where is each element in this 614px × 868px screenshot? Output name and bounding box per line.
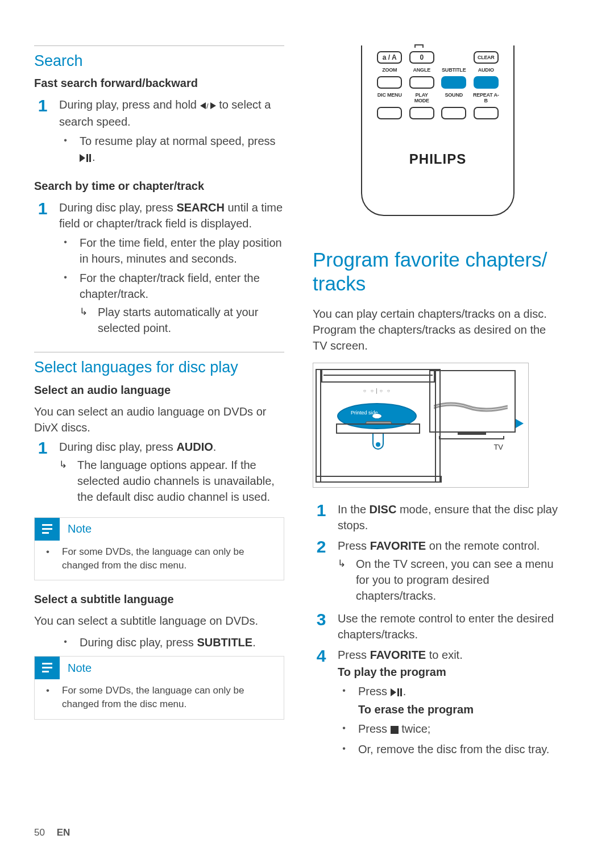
tv-label: TV [493, 443, 503, 451]
svg-rect-8 [42, 532, 49, 534]
divider [34, 352, 284, 352]
result-arrow-icon: ↳ [59, 457, 70, 505]
key-label: SUBTITLE [197, 636, 252, 649]
note-title: Note [60, 662, 92, 675]
step-1: 1 During play, press and hold / to selec… [34, 97, 284, 169]
note-icon [35, 657, 60, 679]
key-label: FAVORITE [370, 649, 426, 661]
remote-label: SOUND [445, 92, 463, 103]
page-number: 50 [34, 827, 45, 838]
bullet-text: . [252, 636, 256, 649]
step-1: 1 During disc play, press AUDIO. ↳ The l… [34, 439, 284, 507]
step-number: 1 [34, 200, 51, 217]
result-text: Play starts automatically at your select… [98, 304, 284, 336]
key-label: DISC [370, 503, 397, 516]
step-text: on the remote control. [426, 539, 540, 552]
svg-marker-12 [391, 688, 396, 696]
program-heading: Program favorite chapters/ tracks [313, 248, 563, 296]
step-text: Press [338, 649, 370, 661]
bullet-icon: • [338, 683, 350, 717]
remote-button [441, 107, 466, 119]
right-column: a / A 0 CLEAR ZOOM ANGLE SUBTITLE AUDIO … [313, 45, 563, 771]
bullet-text: Or, remove the disc from the disc tray. [358, 741, 563, 757]
bullet-icon: • [59, 634, 72, 650]
result-text: On the TV screen, you can see a menu for… [356, 556, 563, 604]
remote-label: REPEAT A-B [473, 92, 500, 103]
step-number: 4 [313, 647, 330, 665]
step-2: 2 Press FAVORITE on the remote control. … [313, 538, 563, 606]
step-text: Press [338, 539, 370, 552]
step-number: 1 [313, 501, 330, 519]
step-4: 4 Press FAVORITE to exit. To play the pr… [313, 647, 563, 761]
brand-logo: PHILIPS [376, 151, 499, 167]
remote-button-subtitle [441, 76, 466, 89]
bullet-text: During disc play, press [80, 636, 197, 649]
bullet-text: To resume play at normal speed, press [80, 135, 276, 147]
remote-illustration: a / A 0 CLEAR ZOOM ANGLE SUBTITLE AUDIO … [361, 45, 515, 216]
subtitle-intro: You can select a subtitle language on DV… [34, 613, 284, 629]
result-text: The language options appear. If the sele… [77, 457, 284, 505]
key-label: SEARCH [176, 201, 224, 214]
disc-label: Printed side [351, 410, 378, 416]
svg-rect-6 [42, 524, 52, 526]
svg-rect-4 [86, 154, 88, 162]
key-label: AUDIO [176, 441, 213, 453]
bullet-text: Press [358, 685, 391, 697]
program-intro: You can play certain chapters/tracks on … [313, 306, 563, 354]
step-number: 1 [34, 439, 51, 456]
page-content: Search Fast search forward/backward 1 Du… [0, 0, 614, 794]
arrow-right-icon [516, 419, 524, 428]
svg-rect-9 [42, 663, 52, 665]
remote-label: ZOOM [382, 67, 397, 73]
audio-lang-subheading: Select an audio language [34, 384, 284, 397]
svg-rect-13 [397, 688, 399, 696]
search-by-time-subheading: Search by time or chapter/track [34, 180, 284, 193]
bullet-icon: • [59, 235, 72, 267]
svg-rect-7 [42, 528, 52, 530]
remote-label: SUBTITLE [442, 67, 466, 73]
step-1: 1 In the DISC mode, ensure that the disc… [313, 501, 563, 533]
key-label: FAVORITE [370, 539, 426, 552]
step-1: 1 During disc play, press SEARCH until a… [34, 200, 284, 342]
step-3: 3 Use the remote control to enter the de… [313, 610, 563, 642]
svg-marker-2 [210, 102, 216, 109]
result-arrow-icon: ↳ [338, 556, 349, 604]
audio-intro: You can select an audio language on DVDs… [34, 404, 284, 435]
remote-button [377, 107, 402, 119]
svg-rect-10 [42, 667, 52, 668]
note-box: Note •For some DVDs, the language can on… [34, 517, 284, 581]
step-text: . [213, 441, 217, 453]
left-right-icon: / [200, 98, 216, 114]
bullet-icon: • [59, 133, 72, 166]
svg-rect-11 [42, 671, 49, 672]
remote-button [409, 76, 434, 89]
bullet-text: twice; [401, 722, 430, 735]
fast-search-steps: 1 During play, press and hold / to selec… [34, 97, 284, 169]
result-arrow-icon: ↳ [80, 304, 91, 336]
player-icon: ○ ○│○ ○ Printed side [321, 369, 435, 483]
step-number: 2 [313, 538, 330, 555]
svg-rect-5 [89, 154, 91, 162]
bullet-text: For the time field, enter the play posit… [80, 235, 284, 267]
step-text: During play, press and hold [59, 98, 200, 111]
erase-program-title: To erase the program [358, 701, 563, 717]
svg-rect-15 [391, 726, 399, 734]
svg-text:/: / [206, 102, 209, 110]
note-title: Note [60, 522, 92, 535]
step-text: In the [338, 503, 370, 516]
step-text: During disc play, press [59, 201, 176, 214]
program-steps: 1 In the DISC mode, ensure that the disc… [313, 501, 563, 761]
remote-label: AUDIO [478, 67, 494, 73]
remote-button-aA: a / A [377, 51, 402, 64]
remote-button-0: 0 [409, 51, 434, 64]
play-pause-icon [80, 150, 92, 166]
step-text: During disc play, press [59, 441, 176, 453]
bullet-icon: • [338, 721, 350, 738]
play-pause-icon [391, 684, 403, 700]
svg-marker-3 [80, 154, 85, 162]
note-box: Note •For some DVDs, the language can on… [34, 656, 284, 720]
languages-heading: Select languages for disc play [34, 358, 284, 376]
remote-button-audio [474, 76, 499, 89]
step-number: 3 [313, 610, 330, 628]
svg-marker-0 [200, 102, 206, 109]
